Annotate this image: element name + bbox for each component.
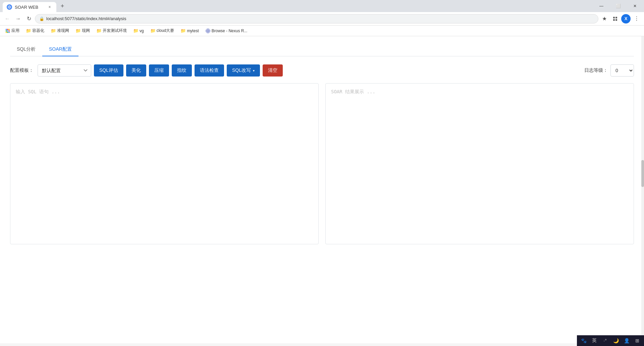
bookmark-current-label: 现网 xyxy=(82,28,90,34)
page-tabs: SQL分析 SOAR配置 xyxy=(10,43,634,56)
folder-icon-devtest: 📁 xyxy=(97,29,101,33)
tray-icon-moon[interactable]: 🌙 xyxy=(612,337,620,343)
bookmark-cloud[interactable]: 📁 cloud大赛 xyxy=(148,27,177,34)
globe-icon-nexus xyxy=(206,29,210,33)
log-level-select[interactable]: 0 1 2 3 4 5 xyxy=(610,64,634,77)
svg-rect-13 xyxy=(6,32,7,33)
active-tab[interactable]: SOAR WEB × xyxy=(3,2,56,12)
omnibar-row: ← → ↻ 🔒 localhost:5077/static/index.html… xyxy=(0,12,644,26)
bookmark-apps[interactable]: 应用 xyxy=(3,27,22,34)
folder-icon-mytest: 📁 xyxy=(181,29,185,33)
svg-rect-15 xyxy=(9,32,10,33)
user-avatar[interactable]: X xyxy=(621,14,631,23)
svg-rect-3 xyxy=(613,17,615,18)
tray-icon-paw[interactable]: 🐾 xyxy=(580,337,588,343)
bookmark-nexus-label: Browse - Nexus R... xyxy=(212,29,248,33)
tray-icon-lang[interactable]: 英 xyxy=(590,337,598,343)
svg-rect-11 xyxy=(7,30,9,32)
bookmarks-bar: 应用 📁 容器化 📁 准现网 📁 现网 📁 开发测试环境 📁 vg 📁 clou… xyxy=(0,26,644,36)
tray-icon-grid[interactable]: ⊞ xyxy=(633,337,641,343)
rewrite-dropdown-arrow: ▾ xyxy=(253,69,255,72)
minimize-button[interactable]: — xyxy=(594,0,609,12)
bookmark-vg[interactable]: 📁 vg xyxy=(131,28,147,34)
omnibar-actions: ★ X ⋮ xyxy=(600,14,641,23)
page-content: SQL分析 SOAR配置 配置模板： 默认配置 SQL评估 美化 压缩 指纹 语… xyxy=(0,36,644,343)
scrollbar[interactable] xyxy=(641,36,644,343)
svg-rect-10 xyxy=(6,30,7,32)
btn-syntax[interactable]: 语法检查 xyxy=(195,64,224,77)
reload-button[interactable]: ↻ xyxy=(24,14,34,23)
svg-rect-14 xyxy=(7,32,9,33)
bookmark-cloud-label: cloud大赛 xyxy=(157,28,174,34)
svg-rect-6 xyxy=(615,19,617,21)
btn-fingerprint[interactable]: 指纹 xyxy=(172,64,192,77)
btn-rewrite[interactable]: SQL改写 ▾ xyxy=(227,64,260,77)
url-text: localhost:5077/static/index.html#/analys… xyxy=(46,16,594,21)
bookmark-vg-label: vg xyxy=(140,29,144,33)
maximize-button[interactable]: ⬜ xyxy=(610,0,626,12)
folder-icon-cloud: 📁 xyxy=(151,29,155,33)
svg-rect-5 xyxy=(613,19,615,21)
apps-icon xyxy=(5,29,10,33)
svg-rect-9 xyxy=(9,29,10,30)
bookmark-mytest[interactable]: 📁 mytest xyxy=(178,28,201,34)
window-controls: — ⬜ ✕ xyxy=(594,0,644,12)
soar-output[interactable] xyxy=(325,83,634,244)
bookmark-devtest[interactable]: 📁 开发测试环境 xyxy=(94,27,129,34)
tab-soar-config[interactable]: SOAR配置 xyxy=(42,43,78,56)
address-bar[interactable]: 🔒 localhost:5077/static/index.html#/anal… xyxy=(35,14,598,23)
bookmark-mytest-label: mytest xyxy=(187,29,199,33)
svg-rect-8 xyxy=(7,29,9,30)
config-select[interactable]: 默认配置 xyxy=(38,64,91,77)
btn-beautify[interactable]: 美化 xyxy=(126,64,146,77)
btn-compress[interactable]: 压缩 xyxy=(149,64,169,77)
tab-title: SOAR WEB xyxy=(15,5,38,10)
tray-icon-dot[interactable]: ·° xyxy=(601,337,609,343)
bookmark-quasi[interactable]: 📁 准现网 xyxy=(48,27,72,34)
close-button[interactable]: ✕ xyxy=(627,0,643,12)
bookmark-quasi-label: 准现网 xyxy=(57,28,69,34)
sql-input[interactable] xyxy=(10,83,319,244)
config-label: 配置模板： xyxy=(10,67,34,73)
bookmark-containerize[interactable]: 📁 容器化 xyxy=(23,27,47,34)
bookmark-current[interactable]: 📁 现网 xyxy=(73,27,93,34)
bookmark-star-button[interactable]: ★ xyxy=(600,14,609,23)
forward-button[interactable]: → xyxy=(13,14,23,23)
new-tab-button[interactable]: + xyxy=(58,1,67,11)
bookmark-containerize-label: 容器化 xyxy=(32,28,44,34)
tab-favicon xyxy=(7,4,12,10)
folder-icon-containerize: 📁 xyxy=(26,29,31,33)
extensions-button[interactable] xyxy=(610,14,620,23)
folder-icon-vg: 📁 xyxy=(133,29,138,33)
tab-close-button[interactable]: × xyxy=(47,4,52,10)
svg-rect-7 xyxy=(6,29,7,30)
log-level-label: 日志等级： xyxy=(584,67,608,73)
bookmark-nexus[interactable]: Browse - Nexus R... xyxy=(203,28,250,34)
folder-icon-current: 📁 xyxy=(76,29,80,33)
bookmark-devtest-label: 开发测试环境 xyxy=(103,28,127,34)
system-tray: 🐾 英 ·° 🌙 👤 ⊞ xyxy=(577,335,644,343)
svg-rect-12 xyxy=(9,30,10,32)
folder-icon-quasi: 📁 xyxy=(51,29,56,33)
bookmark-apps-label: 应用 xyxy=(11,28,19,34)
browser-chrome: SOAR WEB × + — ⬜ ✕ ← → ↻ 🔒 localhost:507… xyxy=(0,0,644,36)
scrollbar-thumb[interactable] xyxy=(641,160,644,187)
tab-sql-analysis[interactable]: SQL分析 xyxy=(10,43,42,56)
back-button[interactable]: ← xyxy=(3,14,12,23)
tray-icon-user[interactable]: 👤 xyxy=(623,337,631,343)
btn-evaluate[interactable]: SQL评估 xyxy=(94,64,123,77)
btn-clear[interactable]: 清空 xyxy=(263,64,283,77)
toolbar: 配置模板： 默认配置 SQL评估 美化 压缩 指纹 语法检查 SQL改写 ▾ 清… xyxy=(10,64,634,77)
menu-button[interactable]: ⋮ xyxy=(632,14,641,23)
lock-icon: 🔒 xyxy=(39,16,44,21)
svg-rect-4 xyxy=(615,17,617,18)
text-areas-row xyxy=(10,83,634,244)
